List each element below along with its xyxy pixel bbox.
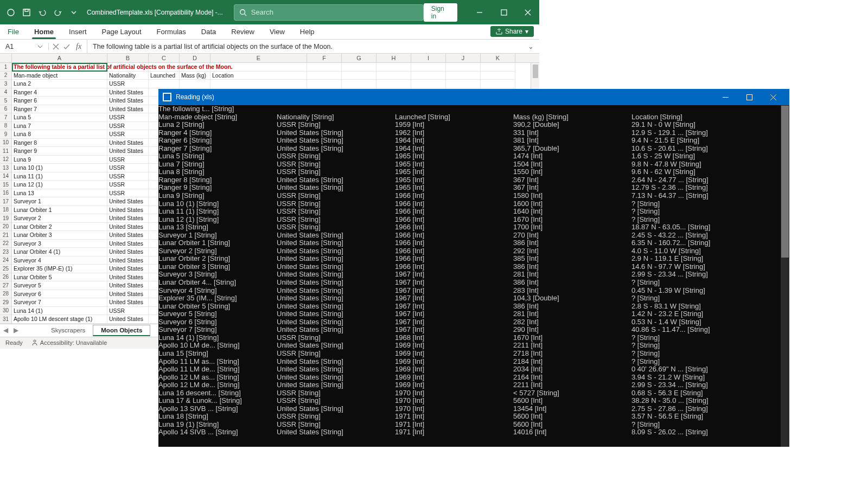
undo-icon[interactable] — [35, 5, 50, 20]
cell[interactable]: USSR — [107, 172, 149, 181]
cell[interactable]: Ranger 6 — [12, 97, 107, 105]
cell[interactable]: United States — [107, 214, 149, 223]
cell[interactable] — [411, 72, 446, 80]
row-number[interactable]: 11 — [0, 147, 11, 156]
cell[interactable]: United States — [107, 97, 149, 105]
formula-input[interactable]: The following table is a partial list of… — [87, 40, 539, 53]
cell[interactable]: United States — [107, 231, 149, 240]
fx-icon[interactable]: fx — [74, 42, 84, 51]
cell[interactable] — [481, 80, 515, 88]
cell[interactable]: United States — [107, 197, 149, 206]
console-maximize-button[interactable] — [737, 89, 761, 105]
cell[interactable]: The following table is a partial list of… — [12, 63, 107, 72]
column-header-K[interactable]: K — [481, 54, 515, 62]
cell[interactable] — [376, 80, 411, 88]
cell[interactable]: Luna 8 — [12, 130, 107, 139]
row-number[interactable]: 13 — [0, 164, 11, 172]
cell[interactable]: Luna 10 (1) — [12, 164, 107, 172]
row-number[interactable]: 12 — [0, 156, 11, 164]
minimize-button[interactable] — [468, 4, 492, 21]
dropdown-icon[interactable] — [66, 5, 81, 20]
cell[interactable] — [376, 72, 411, 80]
cell[interactable]: Luna 9 — [12, 156, 107, 164]
cell[interactable]: USSR — [107, 130, 149, 139]
cell[interactable]: Surveyor 3 — [12, 240, 107, 248]
ribbon-tab-view[interactable]: View — [267, 25, 287, 39]
row-number[interactable]: 28 — [0, 290, 11, 299]
cell[interactable]: United States — [107, 248, 149, 256]
cell[interactable]: Nationality — [107, 72, 149, 80]
row-number[interactable]: 27 — [0, 281, 11, 290]
cell[interactable]: United States — [107, 206, 149, 215]
console-scrollbar[interactable] — [781, 105, 789, 447]
cell[interactable]: United States — [107, 281, 149, 290]
sheet-prev-icon[interactable]: ◀ — [3, 326, 8, 334]
cell[interactable]: Apollo 10 LM descent stage (1) — [12, 315, 107, 324]
sheet-tab-moon-objects[interactable]: Moon Objects — [93, 325, 150, 336]
column-header-G[interactable]: G — [342, 54, 376, 62]
cell[interactable] — [481, 63, 515, 72]
column-header-I[interactable]: I — [411, 54, 446, 62]
cell[interactable]: Luna 7 — [12, 122, 107, 131]
cell[interactable] — [446, 80, 481, 88]
cell[interactable]: Ranger 7 — [12, 105, 107, 114]
row-number[interactable]: 22 — [0, 240, 11, 248]
cell[interactable]: United States — [107, 273, 149, 282]
cell[interactable]: Lunar Orbiter 3 — [12, 231, 107, 240]
ribbon-tab-page-layout[interactable]: Page Layout — [100, 25, 144, 39]
cell[interactable]: United States — [107, 290, 149, 299]
cell[interactable]: Mass (kg) — [180, 72, 210, 80]
cell[interactable] — [210, 80, 307, 88]
column-header-C[interactable]: C — [149, 54, 180, 62]
row-number[interactable]: 24 — [0, 256, 11, 265]
sheet-next-icon[interactable]: ▶ — [14, 326, 18, 334]
accept-icon[interactable] — [63, 43, 71, 50]
cell[interactable] — [307, 72, 342, 80]
row-number[interactable]: 3 — [0, 80, 11, 88]
cell[interactable]: USSR — [107, 164, 149, 172]
row-number[interactable]: 17 — [0, 197, 11, 206]
cell[interactable]: Surveyor 5 — [12, 281, 107, 290]
cell[interactable]: Luna 5 — [12, 113, 107, 122]
name-box[interactable]: A1 — [0, 43, 49, 50]
ribbon-tab-formulas[interactable]: Formulas — [155, 25, 188, 39]
row-number[interactable]: 7 — [0, 113, 11, 122]
cell[interactable]: Lunar Orbiter 2 — [12, 223, 107, 232]
cell[interactable] — [342, 80, 376, 88]
cell[interactable]: United States — [107, 147, 149, 156]
sign-in-button[interactable]: Sign in — [424, 3, 457, 22]
cell[interactable]: Luna 12 (1) — [12, 181, 107, 189]
column-header-A[interactable]: A — [12, 54, 107, 62]
ribbon-tab-file[interactable]: File — [5, 25, 21, 39]
row-number[interactable]: 10 — [0, 139, 11, 147]
cell[interactable]: Explorer 35 (IMP-E) (1) — [12, 265, 107, 273]
column-header-F[interactable]: F — [307, 54, 342, 62]
row-number[interactable]: 14 — [0, 172, 11, 181]
cell[interactable]: Ranger 8 — [12, 139, 107, 147]
cell[interactable]: United States — [107, 256, 149, 265]
row-number[interactable]: 31 — [0, 315, 11, 324]
scrollbar-thumb[interactable] — [533, 65, 538, 78]
cell[interactable]: USSR — [107, 189, 149, 198]
cell[interactable] — [307, 80, 342, 88]
cell[interactable]: Location — [210, 72, 307, 80]
cell[interactable]: Surveyor 6 — [12, 290, 107, 299]
sheet-tab-skyscrapers[interactable]: Skyscrapers — [43, 325, 93, 335]
redo-icon[interactable] — [50, 5, 66, 20]
row-number[interactable]: 6 — [0, 105, 11, 114]
cell[interactable]: Man-made object — [12, 72, 107, 80]
cell[interactable] — [481, 72, 515, 80]
row-number[interactable]: 30 — [0, 307, 11, 316]
row-number[interactable]: 18 — [0, 206, 11, 215]
cell[interactable]: USSR — [107, 307, 149, 316]
ribbon-tab-home[interactable]: Home — [32, 25, 56, 39]
cell[interactable]: USSR — [107, 156, 149, 164]
cell[interactable] — [411, 80, 446, 88]
cell[interactable] — [411, 63, 446, 72]
cell[interactable] — [307, 63, 342, 72]
cell[interactable]: Luna 11 (1) — [12, 172, 107, 181]
cell[interactable]: Luna 13 — [12, 189, 107, 198]
row-number[interactable]: 4 — [0, 88, 11, 97]
row-number[interactable]: 20 — [0, 223, 11, 232]
cell[interactable] — [180, 80, 210, 88]
